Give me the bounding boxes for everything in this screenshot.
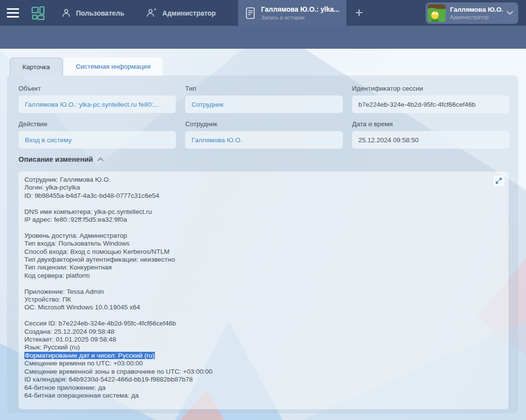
admin-user-icon: [146, 8, 157, 18]
description-line: Истекает: 01.01.2025 09:58:48: [24, 336, 503, 344]
field-type-value[interactable]: Сотрудник: [185, 95, 342, 113]
description-line: ID: 9b98455a-b4d7-4a3c-bd48-0777c31c6e54: [24, 192, 503, 200]
field-type-label: Тип: [185, 85, 342, 92]
description-line-highlighted: Форматирование дат и чисел: Русский (ru): [24, 352, 503, 360]
nav-tab-admin[interactable]: Администратор: [135, 0, 226, 26]
description-line: Устройство: ПК: [24, 296, 503, 304]
current-user-name: Галлямова Ю.О.: [450, 6, 503, 13]
expand-description-button[interactable]: [493, 175, 504, 186]
field-object-label: Объект: [19, 85, 176, 92]
field-session-id-value[interactable]: b7e224eb-324e-4b2d-95fc-4fcf66cef46b: [352, 95, 509, 113]
description-line: Тип входа: Пользователь Windows: [24, 240, 503, 248]
description-line: Тип двухфакторной аутентификации: неизве…: [24, 256, 503, 264]
changes-section-toggle[interactable]: Описание изменений: [19, 155, 104, 163]
description-line: Способ входа: Вход с помощью Kerberos/NT…: [24, 248, 503, 256]
new-tab-button[interactable]: +: [346, 0, 372, 26]
active-tab-title: Галлямова Ю.О.: ylka...: [261, 5, 339, 13]
top-bar: Пользователь Администратор Галлямова Ю.О…: [0, 0, 526, 26]
description-line: [24, 312, 503, 320]
nav-tab-admin-label: Администратор: [162, 9, 216, 17]
tab-card-label: Карточка: [22, 63, 50, 71]
description-line: Код сервера: platform: [24, 272, 503, 280]
card-tabs: Карточка Системная информация: [10, 57, 163, 76]
field-employee: Сотрудник Галлямова Ю.О.: [185, 120, 342, 149]
description-line: DNS имя компьютера: ylka-pc.syntellect.r…: [24, 208, 503, 216]
description-line: Смещение временной зоны в справочнике по…: [24, 368, 503, 376]
description-line: Сотрудник: Галлямова Ю.О.: [24, 176, 503, 184]
description-line: [24, 200, 503, 208]
description-line: Уровень доступа: Администратор: [24, 232, 503, 240]
change-description-textarea[interactable]: Сотрудник: Галлямова Ю.О. Логин: ylka-pc…: [19, 172, 508, 409]
toolbar-strip: [0, 26, 526, 49]
field-object-value[interactable]: Галлямова Ю.О.: ylka-pc.syntellect.ru fe…: [19, 95, 176, 113]
user-icon: [61, 8, 71, 18]
content-area: Карточка Системная информация Объект Гал…: [0, 49, 526, 420]
chevron-down-icon: [507, 11, 513, 15]
nav-tab-user-label: Пользователь: [76, 9, 124, 17]
description-line: Создана: 25.12.2024 09:58:48: [24, 328, 503, 336]
description-line: 64-битная операционная система: да: [24, 392, 503, 400]
field-datetime-value[interactable]: 25.12.2024 09:58:50: [352, 131, 509, 149]
active-document-tab[interactable]: Галлямова Ю.О.: ylka... Запись в истории: [238, 0, 346, 26]
description-line: ОС: Microsoft Windows 10.0.19045 x64: [24, 304, 503, 311]
description-line: IP адрес: fe80::92ff:f5d5:ea32:9f0a: [24, 216, 503, 224]
field-action-label: Действие: [19, 120, 176, 128]
description-line: [24, 224, 503, 231]
field-employee-value[interactable]: Галлямова Ю.О.: [185, 131, 342, 149]
nav-tab-user[interactable]: Пользователь: [51, 0, 135, 26]
description-line: [24, 280, 503, 287]
description-line: Приложение: Tessa Admin: [24, 288, 503, 296]
history-record-icon: [245, 7, 256, 19]
app-grid-icon: [31, 6, 45, 20]
avatar: [428, 4, 446, 22]
field-action: Действие Вход в систему: [19, 120, 176, 149]
description-line: Смещение времени по UTC: +03:00:00: [24, 360, 503, 367]
field-session-id-label: Идентификатор сессии: [352, 85, 509, 92]
field-session-id: Идентификатор сессии b7e224eb-324e-4b2d-…: [352, 85, 509, 113]
field-object: Объект Галлямова Ю.О.: ylka-pc.syntellec…: [19, 85, 176, 113]
hamburger-menu-button[interactable]: [0, 0, 25, 26]
expand-icon: [495, 177, 502, 184]
form-fields: Объект Галлямова Ю.О.: ylka-pc.syntellec…: [19, 85, 509, 149]
tab-system-info-label: Системная информация: [76, 63, 150, 70]
field-datetime-label: Дата и время: [352, 120, 509, 128]
change-description-text: Сотрудник: Галлямова Ю.О. Логин: ylka-pc…: [24, 176, 503, 400]
active-tab-subtitle: Запись в истории: [261, 15, 339, 20]
description-line: 64-битное приложение: да: [24, 384, 503, 392]
app-grid-button[interactable]: [25, 0, 51, 26]
current-user-role: Администратор: [450, 14, 503, 20]
description-line: Сессия ID: b7e224eb-324e-4b2d-95fc-4fcf6…: [24, 320, 503, 327]
changes-section-title: Описание изменений: [19, 155, 93, 163]
description-line: Логин: ylka-pc\ylka: [24, 184, 503, 191]
field-employee-label: Сотрудник: [185, 120, 342, 128]
tab-card[interactable]: Карточка: [10, 57, 63, 76]
description-line: Язык: Русский (ru): [24, 344, 503, 351]
current-user-menu[interactable]: Галлямова Ю.О. Администратор: [426, 2, 518, 24]
description-line: ID календаря: 64b9230d-5422-466d-bb19-f9…: [24, 376, 503, 383]
field-type: Тип Сотрудник: [185, 85, 342, 113]
tab-system-info[interactable]: Системная информация: [64, 57, 163, 76]
field-datetime: Дата и время 25.12.2024 09:58:50: [352, 120, 509, 149]
field-action-value[interactable]: Вход в систему: [19, 131, 176, 149]
description-line: Тип лицензии: Конкурентная: [24, 264, 503, 271]
chevron-up-icon: [97, 157, 104, 161]
selected-text: Форматирование дат и чисел: Русский (ru): [24, 352, 155, 359]
